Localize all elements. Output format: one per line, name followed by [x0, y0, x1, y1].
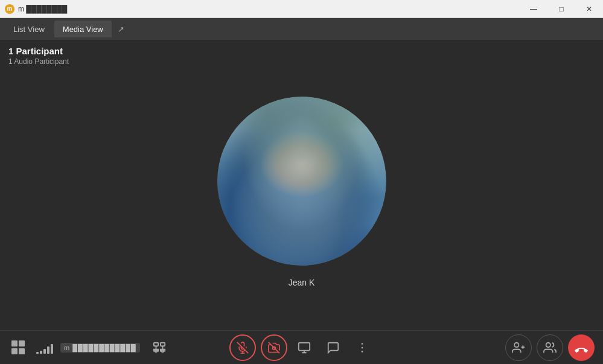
participant-avatar: [217, 97, 386, 266]
camera-off-icon: [268, 342, 280, 354]
swap-call-button[interactable]: [147, 336, 171, 360]
end-call-icon: [575, 341, 588, 354]
minimize-button[interactable]: —: [520, 0, 547, 18]
end-call-button[interactable]: [568, 334, 595, 361]
camera-off-button[interactable]: [261, 334, 287, 361]
participants-button[interactable]: [537, 334, 563, 361]
titlebar-left: m m ████████: [5, 4, 67, 14]
tab-media-view[interactable]: Media View: [54, 21, 112, 37]
svg-point-10: [361, 343, 363, 345]
participant-name: Jean K: [289, 278, 315, 287]
svg-rect-9: [298, 342, 309, 350]
toolbar: m ████████████: [0, 330, 603, 364]
add-participant-button[interactable]: [505, 334, 532, 361]
svg-point-12: [361, 351, 363, 353]
titlebar-controls: — □ ✕: [520, 0, 603, 18]
panel-header: 1 Participant 1 Audio Participant: [0, 40, 603, 69]
popout-icon[interactable]: ↗: [118, 25, 124, 34]
svg-rect-0: [154, 342, 158, 346]
titlebar-title: m ████████: [18, 5, 67, 13]
screen-share-button[interactable]: [292, 336, 316, 360]
screen-share-icon: [298, 341, 311, 354]
participant-photo: [217, 97, 386, 266]
main-content: Jean K: [0, 69, 603, 326]
app-icon: m: [5, 4, 14, 14]
signal-bar-2: [40, 351, 42, 354]
masked-number: m ████████████: [60, 343, 140, 353]
mute-button[interactable]: [229, 334, 256, 361]
tab-list-view[interactable]: List View: [5, 21, 53, 37]
participant-count: 1 Participant: [8, 46, 595, 56]
more-icon: [356, 341, 369, 354]
swap-icon: [153, 341, 166, 354]
signal-bar-5: [51, 344, 53, 354]
svg-point-11: [361, 346, 363, 348]
titlebar: m m ████████ — □ ✕: [0, 0, 603, 18]
audio-participant-count: 1 Audio Participant: [8, 57, 595, 66]
chat-button[interactable]: [321, 336, 345, 360]
more-options-button[interactable]: [350, 336, 374, 360]
svg-line-7: [268, 342, 279, 353]
svg-point-13: [514, 342, 518, 346]
tabbar: List View Media View ↗: [0, 18, 603, 40]
svg-point-16: [546, 342, 550, 346]
signal-bar-4: [47, 346, 49, 354]
participants-icon: [543, 341, 557, 354]
close-button[interactable]: ✕: [575, 0, 603, 18]
grid-view-icon[interactable]: [8, 337, 29, 358]
signal-bar-3: [43, 349, 46, 354]
add-participant-icon: [512, 341, 525, 354]
maximize-button[interactable]: □: [547, 0, 575, 18]
svg-rect-1: [161, 342, 165, 346]
mic-off-icon: [237, 342, 249, 354]
toolbar-right: [505, 334, 595, 361]
signal-bars: [36, 342, 53, 354]
signal-bar-1: [36, 352, 39, 354]
toolbar-center: [229, 334, 374, 361]
chat-icon: [327, 341, 340, 354]
toolbar-left: m ████████████: [8, 336, 171, 360]
